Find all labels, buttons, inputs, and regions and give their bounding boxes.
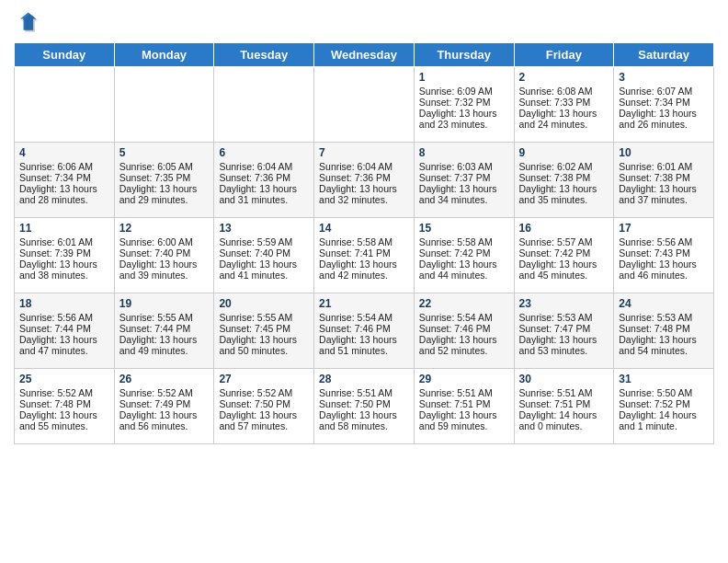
cell-content-line: Sunset: 7:35 PM (119, 172, 210, 183)
cell-content-line: Daylight: 13 hours (119, 183, 210, 194)
calendar-cell: 20Sunrise: 5:55 AMSunset: 7:45 PMDayligh… (214, 293, 314, 369)
cell-content-line: Sunrise: 5:58 AM (319, 236, 409, 247)
day-number: 19 (119, 297, 210, 310)
day-number: 23 (519, 297, 609, 310)
cell-content-line: Daylight: 13 hours (19, 183, 109, 194)
cell-content-line: and 37 minutes. (619, 194, 709, 205)
cell-content-line: and 32 minutes. (319, 194, 409, 205)
cell-content-line: Sunset: 7:36 PM (219, 172, 309, 183)
day-header-saturday: Saturday (614, 43, 714, 67)
calendar-table: SundayMondayTuesdayWednesdayThursdayFrid… (14, 42, 714, 444)
cell-content-line: and 54 minutes. (619, 345, 709, 356)
cell-content-line: Sunrise: 6:07 AM (619, 86, 709, 97)
cell-content-line: Daylight: 13 hours (419, 259, 509, 270)
cell-content-line: Daylight: 13 hours (519, 334, 609, 345)
calendar-cell: 9Sunrise: 6:02 AMSunset: 7:38 PMDaylight… (514, 143, 614, 218)
cell-content-line: Sunset: 7:48 PM (19, 398, 109, 409)
day-number: 2 (519, 71, 609, 84)
header (14, 9, 714, 35)
cell-content-line: Daylight: 13 hours (219, 409, 309, 420)
day-number: 9 (519, 146, 609, 159)
cell-content-line: and 38 minutes. (19, 270, 109, 281)
calendar-week-3: 11Sunrise: 6:01 AMSunset: 7:39 PMDayligh… (15, 218, 714, 293)
calendar-week-4: 18Sunrise: 5:56 AMSunset: 7:44 PMDayligh… (15, 293, 714, 369)
day-header-monday: Monday (114, 43, 214, 67)
day-number: 29 (419, 373, 509, 385)
day-number: 31 (619, 373, 709, 385)
cell-content-line: Daylight: 13 hours (619, 108, 709, 119)
cell-content-line: Sunrise: 5:54 AM (319, 312, 409, 323)
cell-content-line: Daylight: 13 hours (319, 334, 409, 345)
cell-content-line: and 39 minutes. (119, 270, 210, 281)
cell-content-line: Sunrise: 5:52 AM (19, 387, 109, 398)
day-number: 3 (619, 71, 709, 84)
cell-content-line: Daylight: 13 hours (419, 409, 509, 420)
day-number: 14 (319, 222, 409, 235)
day-number: 13 (219, 222, 309, 235)
day-number: 1 (419, 71, 509, 84)
cell-content-line: Daylight: 13 hours (519, 259, 609, 270)
cell-content-line: and 47 minutes. (19, 345, 109, 356)
cell-content-line: and 51 minutes. (319, 345, 409, 356)
cell-content-line: Sunset: 7:44 PM (19, 323, 109, 334)
cell-content-line: Sunset: 7:34 PM (619, 97, 709, 108)
cell-content-line: and 34 minutes. (419, 194, 509, 205)
cell-content-line: Sunset: 7:47 PM (519, 323, 609, 334)
cell-content-line: Sunrise: 5:55 AM (119, 312, 210, 323)
calendar-cell: 22Sunrise: 5:54 AMSunset: 7:46 PMDayligh… (414, 293, 514, 369)
calendar-cell: 10Sunrise: 6:01 AMSunset: 7:38 PMDayligh… (614, 143, 714, 218)
calendar-cell: 18Sunrise: 5:56 AMSunset: 7:44 PMDayligh… (15, 293, 115, 369)
cell-content-line: and 26 minutes. (619, 119, 709, 130)
cell-content-line: Sunrise: 5:56 AM (619, 236, 709, 247)
cell-content-line: Daylight: 13 hours (319, 409, 409, 420)
cell-content-line: Sunrise: 6:01 AM (19, 236, 109, 247)
calendar-cell: 19Sunrise: 5:55 AMSunset: 7:44 PMDayligh… (114, 293, 214, 369)
cell-content-line: Sunset: 7:46 PM (419, 323, 509, 334)
day-number: 22 (419, 297, 509, 310)
cell-content-line: Sunrise: 6:02 AM (519, 161, 609, 172)
cell-content-line: Daylight: 13 hours (319, 183, 409, 194)
cell-content-line: Sunrise: 5:56 AM (19, 312, 109, 323)
calendar-cell: 21Sunrise: 5:54 AMSunset: 7:46 PMDayligh… (314, 293, 415, 369)
calendar-cell: 29Sunrise: 5:51 AMSunset: 7:51 PMDayligh… (414, 369, 514, 444)
cell-content-line: Sunset: 7:36 PM (319, 172, 409, 183)
cell-content-line: Sunset: 7:46 PM (319, 323, 409, 334)
calendar-cell: 4Sunrise: 6:06 AMSunset: 7:34 PMDaylight… (15, 143, 115, 218)
day-number: 20 (219, 297, 309, 310)
day-header-thursday: Thursday (414, 43, 514, 67)
cell-content-line: Sunrise: 5:50 AM (619, 387, 709, 398)
cell-content-line: Daylight: 13 hours (219, 183, 309, 194)
cell-content-line: Sunrise: 5:52 AM (219, 387, 309, 398)
cell-content-line: Daylight: 14 hours (619, 409, 709, 420)
cell-content-line: Daylight: 13 hours (619, 334, 709, 345)
day-number: 10 (619, 146, 709, 159)
day-number: 16 (519, 222, 609, 235)
day-number: 12 (119, 222, 210, 235)
day-header-sunday: Sunday (15, 43, 115, 67)
cell-content-line: Sunrise: 6:03 AM (419, 161, 509, 172)
cell-content-line: Daylight: 13 hours (319, 259, 409, 270)
cell-content-line: Sunrise: 5:54 AM (419, 312, 509, 323)
cell-content-line: and 24 minutes. (519, 119, 609, 130)
day-number: 6 (219, 146, 309, 159)
calendar-cell (214, 67, 314, 143)
cell-content-line: Daylight: 13 hours (219, 259, 309, 270)
calendar-header-row: SundayMondayTuesdayWednesdayThursdayFrid… (15, 43, 714, 67)
cell-content-line: Daylight: 13 hours (619, 183, 709, 194)
cell-content-line: and 29 minutes. (119, 194, 210, 205)
cell-content-line: Sunrise: 5:53 AM (519, 312, 609, 323)
cell-content-line: and 42 minutes. (319, 270, 409, 281)
calendar-cell (114, 67, 214, 143)
calendar-cell: 23Sunrise: 5:53 AMSunset: 7:47 PMDayligh… (514, 293, 614, 369)
cell-content-line: Sunrise: 5:55 AM (219, 312, 309, 323)
cell-content-line: Sunrise: 5:51 AM (319, 387, 409, 398)
cell-content-line: Daylight: 13 hours (219, 334, 309, 345)
calendar-cell: 27Sunrise: 5:52 AMSunset: 7:50 PMDayligh… (214, 369, 314, 444)
calendar-cell: 7Sunrise: 6:04 AMSunset: 7:36 PMDaylight… (314, 143, 415, 218)
calendar-cell: 26Sunrise: 5:52 AMSunset: 7:49 PMDayligh… (114, 369, 214, 444)
cell-content-line: Daylight: 13 hours (519, 108, 609, 119)
cell-content-line: Sunrise: 6:09 AM (419, 86, 509, 97)
calendar-cell: 30Sunrise: 5:51 AMSunset: 7:51 PMDayligh… (514, 369, 614, 444)
cell-content-line: Sunset: 7:52 PM (619, 398, 709, 409)
cell-content-line: Sunset: 7:32 PM (419, 97, 509, 108)
